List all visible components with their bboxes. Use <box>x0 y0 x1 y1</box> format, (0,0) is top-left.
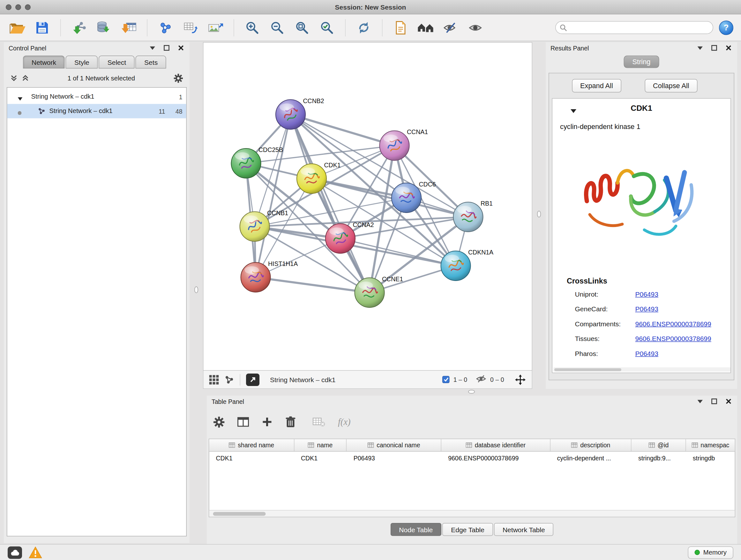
results-panel-float-icon[interactable] <box>711 44 718 52</box>
network-options-gear-icon[interactable] <box>174 73 183 83</box>
network-node-count: 11 <box>158 108 165 115</box>
zoom-selected-button[interactable] <box>318 17 337 38</box>
column-header[interactable]: database identifier <box>441 439 550 451</box>
create-network-from-table-button[interactable] <box>181 17 200 38</box>
network-node-CDK1 <box>297 164 327 193</box>
table-cell[interactable]: CDK1 <box>294 455 347 462</box>
table-cell[interactable]: stringdb <box>686 455 735 462</box>
detach-view-button[interactable] <box>246 373 259 386</box>
tab-edge-table[interactable]: Edge Table <box>442 523 493 536</box>
left-splitter-grip[interactable] <box>194 287 198 293</box>
results-panel-close-icon[interactable] <box>725 44 732 52</box>
collection-label: String Network – cdk1 <box>31 93 94 100</box>
crosslink-link[interactable]: P06493 <box>635 305 658 313</box>
column-header[interactable]: namespac <box>686 439 735 451</box>
crosslink-row: Pharos: P06493 <box>552 350 731 362</box>
close-window-button[interactable] <box>6 4 11 10</box>
tab-node-table[interactable]: Node Table <box>390 523 441 536</box>
pan-crosshair-icon[interactable] <box>515 374 526 385</box>
crosslink-link[interactable]: P06493 <box>635 350 658 357</box>
column-header[interactable]: canonical name <box>347 439 441 451</box>
control-panel-float-icon[interactable] <box>163 44 171 52</box>
help-button[interactable]: ? <box>719 20 733 35</box>
table-panel-float-icon[interactable] <box>711 397 718 405</box>
network-row[interactable]: String Network – cdk1 11 48 <box>7 104 186 118</box>
grid-view-icon[interactable] <box>209 375 219 384</box>
refresh-button[interactable] <box>354 17 374 38</box>
crosslink-link[interactable]: 9606.ENSP00000378699 <box>635 320 711 327</box>
expand-all-button[interactable]: Expand All <box>572 79 621 92</box>
import-network-from-file-button[interactable] <box>70 17 89 38</box>
export-image-button[interactable] <box>206 17 225 38</box>
crosslink-link[interactable]: 9606.ENSP00000378699 <box>635 335 711 343</box>
tab-style[interactable]: Style <box>66 56 98 69</box>
control-panel-collapse-icon[interactable] <box>148 44 156 52</box>
crosslink-label: Pharos: <box>575 350 598 357</box>
show-columns-icon[interactable] <box>237 416 250 428</box>
table-horizontal-scrollbar[interactable] <box>209 510 735 517</box>
table-panel-title: Table Panel <box>212 398 244 405</box>
save-session-button[interactable] <box>32 17 52 38</box>
table-cell[interactable]: stringdb:9... <box>631 455 686 462</box>
search-input[interactable] <box>555 21 713 34</box>
minimize-window-button[interactable] <box>15 4 21 10</box>
results-horizontal-scrollbar[interactable] <box>553 368 731 372</box>
crosslink-link[interactable]: P06493 <box>635 290 658 298</box>
control-panel-close-icon[interactable] <box>177 44 185 52</box>
import-table-from-file-button[interactable] <box>119 17 138 38</box>
zoom-in-button[interactable] <box>243 17 262 38</box>
bottom-splitter-grip[interactable] <box>468 390 475 394</box>
table-cell[interactable]: cyclin-dependent ... <box>550 455 632 462</box>
open-document-button[interactable] <box>391 17 410 38</box>
table-row[interactable]: CDK1 CDK1 P06493 9606.ENSP00000378699 cy… <box>209 452 735 465</box>
svg-text:CDC25B: CDC25B <box>259 146 283 153</box>
table-settings-gear-icon[interactable] <box>213 416 225 428</box>
import-network-from-database-button[interactable] <box>94 17 114 38</box>
show-all-button[interactable] <box>466 17 485 38</box>
expand-all-networks-icon[interactable] <box>22 75 29 81</box>
delete-column-trash-icon[interactable] <box>285 416 296 428</box>
table-cell[interactable]: 9606.ENSP00000378699 <box>441 455 550 462</box>
crosslink-label: Compartments: <box>575 320 621 327</box>
selected-checkbox-icon[interactable] <box>442 376 450 383</box>
tab-network[interactable]: Network <box>23 56 65 69</box>
results-panel-collapse-icon[interactable] <box>696 44 704 52</box>
network-view-icon[interactable] <box>225 375 234 384</box>
table-panel-close-icon[interactable] <box>725 397 732 405</box>
table-panel-collapse-icon[interactable] <box>696 397 704 405</box>
tab-network-table[interactable]: Network Table <box>494 523 554 536</box>
collapse-all-networks-icon[interactable] <box>10 75 17 81</box>
memory-button[interactable]: Memory <box>688 546 733 559</box>
warnings-icon[interactable] <box>29 547 42 559</box>
collapse-all-button[interactable]: Collapse All <box>645 79 697 92</box>
network-collection-row[interactable]: String Network – cdk1 1 <box>7 90 186 104</box>
network-node-HIST1H1A <box>241 262 271 292</box>
table-cell[interactable]: CDK1 <box>209 455 294 462</box>
zoom-out-button[interactable] <box>268 17 287 38</box>
search-box <box>555 21 713 34</box>
column-header[interactable]: description <box>550 439 632 451</box>
cloud-services-icon[interactable] <box>8 546 22 559</box>
column-header[interactable]: name <box>294 439 347 451</box>
add-column-icon[interactable] <box>262 417 273 427</box>
column-header[interactable]: shared name <box>209 439 294 451</box>
results-panel-title: Results Panel <box>550 44 589 52</box>
network-view-title: String Network – cdk1 <box>270 376 335 383</box>
tab-select[interactable]: Select <box>99 56 135 69</box>
table-cell[interactable]: P06493 <box>347 455 441 462</box>
tab-sets[interactable]: Sets <box>136 56 166 69</box>
network-canvas[interactable]: CCNB2CCNA1CDC25BCDK1CDC6RB1CCNB1CCNA2CDK… <box>204 43 532 370</box>
first-neighbors-button[interactable] <box>416 17 435 38</box>
hidden-eye-icon[interactable] <box>476 374 486 385</box>
hide-selected-button[interactable] <box>441 17 460 38</box>
status-bar: Memory <box>0 544 741 560</box>
column-header[interactable]: @id <box>631 439 686 451</box>
crosslink-label: GeneCard: <box>575 305 608 313</box>
maximize-window-button[interactable] <box>25 4 30 10</box>
right-splitter-grip[interactable] <box>537 211 541 217</box>
collection-expand-icon[interactable] <box>18 95 23 102</box>
new-network-button[interactable] <box>156 17 175 38</box>
zoom-fit-button[interactable] <box>293 17 312 38</box>
tab-string[interactable]: String <box>624 56 659 68</box>
open-session-button[interactable] <box>8 17 27 38</box>
